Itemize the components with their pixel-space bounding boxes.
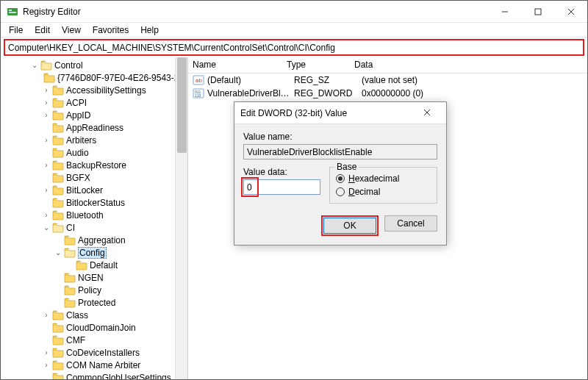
tree-item-label: Default [90, 260, 118, 270]
tree-item[interactable]: ⌄CI [30, 221, 187, 234]
scrollbar-thumb[interactable] [177, 57, 187, 153]
app-icon [7, 6, 18, 18]
titlebar[interactable]: Registry Editor [1, 1, 587, 23]
tree-item[interactable]: ›Arbiters [30, 134, 187, 146]
col-data[interactable]: Data [350, 57, 587, 73]
tree-item[interactable]: CommonGlobUserSettings [30, 371, 187, 379]
folder-icon [52, 223, 64, 233]
list-row[interactable]: 011110VulnerableDriverBloc...REG_DWORD0x… [188, 87, 587, 100]
svg-text:ab: ab [196, 77, 202, 84]
tree-item[interactable]: ›Class [30, 309, 187, 321]
dialog-titlebar[interactable]: Edit DWORD (32-bit) Value [234, 102, 446, 124]
cell-name: (Default) [207, 75, 294, 85]
tree-item[interactable]: Policy [30, 284, 187, 296]
tree-item[interactable]: ›AppID [30, 109, 187, 121]
tree-item[interactable]: ›ACPI [30, 96, 187, 109]
chevron-down-icon[interactable]: ⌄ [54, 249, 62, 257]
cancel-button[interactable]: Cancel [384, 215, 437, 232]
folder-icon [52, 185, 64, 196]
tree-item[interactable]: CMF [30, 334, 187, 346]
value-data-input[interactable] [243, 179, 320, 195]
chevron-right-icon[interactable]: › [42, 87, 51, 94]
minimize-button[interactable] [488, 1, 521, 22]
tree-item[interactable]: Audio [30, 146, 187, 159]
menu-help[interactable]: Help [135, 24, 164, 37]
base-legend: Base [334, 162, 359, 172]
menu-edit[interactable]: Edit [29, 24, 55, 37]
tree-item[interactable]: Aggregation [30, 234, 187, 246]
menu-bar: File Edit View Favorites Help [1, 23, 587, 37]
tree-item[interactable]: CloudDomainJoin [30, 321, 187, 334]
tree-item-label: CoDeviceInstallers [66, 348, 140, 358]
close-button[interactable] [554, 1, 587, 22]
radio-decimal[interactable]: Decimal [336, 187, 431, 197]
tree-item[interactable]: AppReadiness [30, 121, 187, 134]
list-header[interactable]: Name Type Data [188, 57, 587, 74]
tree-item[interactable]: NGEN [30, 271, 187, 284]
folder-icon [52, 373, 64, 380]
tree-item-label: AppID [66, 110, 90, 121]
chevron-right-icon[interactable]: › [42, 312, 51, 319]
value-name-field [243, 144, 437, 159]
address-bar[interactable]: Computer\HKEY_LOCAL_MACHINE\SYSTEM\Curre… [4, 39, 584, 56]
tree-item-label: AccessibilitySettings [66, 85, 146, 96]
tree-item-label: CommonGlobUserSettings [66, 373, 171, 380]
folder-icon [52, 148, 64, 158]
chevron-down-icon[interactable]: ⌄ [42, 224, 51, 232]
ok-highlight: OK [321, 215, 379, 236]
tree-item[interactable]: ›Bluetooth [30, 209, 187, 221]
tree-item-label: BackupRestore [66, 160, 126, 171]
tree-item[interactable]: {7746D80F-97E0-4E26-9543-26B [30, 71, 187, 84]
radio-hexadecimal[interactable]: Hexadecimal [336, 173, 431, 184]
tree-item-label: Arbiters [66, 135, 96, 146]
chevron-down-icon[interactable]: ⌄ [30, 62, 39, 69]
menu-file[interactable]: File [4, 24, 28, 37]
col-name[interactable]: Name [188, 57, 282, 73]
dialog-close-button[interactable] [414, 107, 440, 118]
folder-icon [43, 73, 55, 83]
tree-item[interactable]: ›COM Name Arbiter [30, 359, 187, 371]
cell-name: VulnerableDriverBloc... [207, 88, 294, 98]
tree-item[interactable]: Default [30, 259, 187, 271]
folder-icon [52, 323, 64, 333]
ok-button[interactable]: OK [323, 218, 376, 234]
tree-item-label: Protected [78, 298, 115, 308]
tree-item[interactable]: ›BitLocker [30, 184, 187, 196]
tree-pane[interactable]: ⌄Control{7746D80F-97E0-4E26-9543-26B›Acc… [1, 57, 188, 379]
folder-icon [52, 160, 64, 171]
folder-icon [52, 173, 64, 183]
chevron-right-icon[interactable]: › [42, 349, 51, 356]
folder-icon [52, 98, 64, 108]
chevron-right-icon[interactable]: › [42, 137, 51, 144]
tree-item[interactable]: BGFX [30, 171, 187, 184]
folder-icon [52, 110, 64, 121]
chevron-right-icon[interactable]: › [42, 99, 51, 107]
col-type[interactable]: Type [282, 57, 350, 73]
tree-item[interactable]: ⌄Control [30, 59, 187, 71]
menu-favorites[interactable]: Favorites [87, 24, 134, 37]
tree-item[interactable]: ›BackupRestore [30, 159, 187, 171]
chevron-right-icon[interactable]: › [42, 187, 51, 194]
chevron-right-icon[interactable]: › [42, 112, 51, 119]
tree-item-label: CI [66, 223, 75, 233]
tree-item[interactable]: ›AccessibilitySettings [30, 84, 187, 96]
tree-item[interactable]: BitlockerStatus [30, 196, 187, 209]
tree-item-label: Class [66, 310, 88, 320]
tree-item[interactable]: Protected [30, 296, 187, 309]
cell-type: REG_DWORD [294, 88, 362, 98]
chevron-right-icon[interactable]: › [42, 362, 51, 369]
list-row[interactable]: ab(Default)REG_SZ(value not set) [188, 74, 587, 87]
svg-rect-2 [9, 12, 16, 13]
menu-view[interactable]: View [57, 24, 86, 37]
tree-scrollbar[interactable] [175, 57, 187, 379]
tree-item-label: Control [54, 60, 83, 71]
tree-item[interactable]: ⌄Config [30, 246, 187, 259]
base-group: Base Hexadecimal Decimal [329, 167, 437, 204]
dialog-body: Value name: Value data: Base Hexadecimal… [234, 124, 446, 245]
tree-item[interactable]: ›CoDeviceInstallers [30, 346, 187, 359]
chevron-right-icon[interactable]: › [42, 212, 51, 219]
tree-item-label: AppReadiness [66, 123, 123, 133]
tree-item-label: BitLocker [66, 185, 103, 196]
maximize-button[interactable] [521, 1, 554, 22]
chevron-right-icon[interactable]: › [42, 162, 51, 169]
